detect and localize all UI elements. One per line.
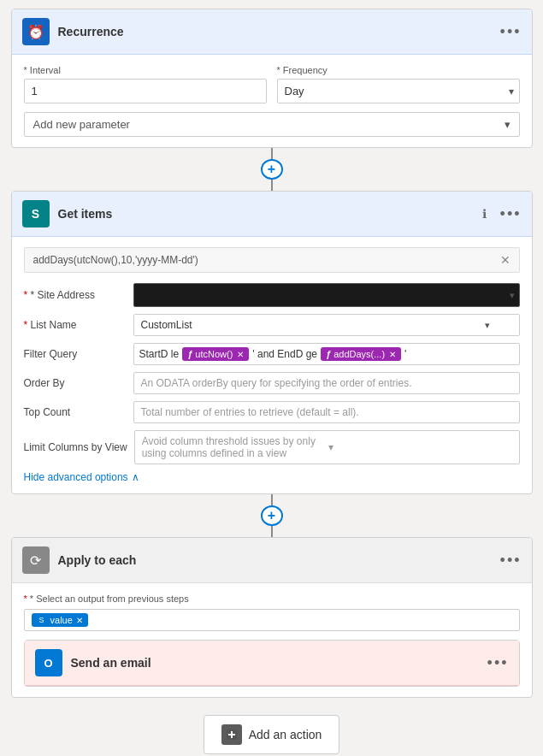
apply-each-menu[interactable]: ••• [500, 552, 522, 570]
adddays-token[interactable]: ƒ addDays(...) ✕ [321, 347, 401, 361]
value-token-close-icon[interactable]: ✕ [76, 616, 83, 625]
recurrence-body: * Interval * Frequency Day Hour Minute M… [12, 55, 532, 147]
list-name-select[interactable]: CustomList ▾ [133, 314, 520, 336]
send-email-title: Send an email [71, 656, 479, 670]
site-address-wrapper: ▾ [133, 283, 520, 307]
list-name-row: * List Name CustomList ▾ [24, 314, 520, 336]
autocomplete-close-icon[interactable]: ✕ [500, 253, 511, 267]
hide-advanced-link[interactable]: Hide advanced options ∧ [24, 471, 520, 483]
apply-select-label: * * Select an output from previous steps [24, 594, 520, 604]
list-name-text: CustomList [134, 315, 519, 335]
limit-col-row: Limit Columns by View Avoid column thres… [24, 430, 520, 464]
add-action-button[interactable]: Add an action [204, 715, 340, 754]
get-items-header: S Get items ℹ ••• [12, 192, 532, 237]
send-email-inner-card: O Send an email ••• [24, 640, 520, 687]
add-param-row[interactable]: Add new parameter ▾ [24, 112, 520, 137]
filter-text-1: StartD le [139, 348, 180, 360]
recurrence-fields-row: * Interval * Frequency Day Hour Minute M… [24, 65, 520, 103]
top-count-input[interactable]: Total number of entries to retrieve (def… [133, 401, 520, 423]
apply-each-title: Apply to each [58, 553, 492, 567]
interval-group: * Interval [24, 65, 267, 103]
frequency-select-wrapper: Day Hour Minute Month Second Week ▾ [277, 79, 520, 103]
add-param-label: Add new parameter [33, 118, 130, 131]
site-address-input[interactable] [133, 283, 520, 307]
utcnow-token[interactable]: ƒ utcNow() ✕ [182, 347, 249, 361]
add-param-arrow-icon: ▾ [505, 118, 511, 131]
apply-select-label-text: * Select an output from previous steps [30, 594, 189, 604]
connector-line-bottom-1 [271, 180, 273, 191]
get-items-card: S Get items ℹ ••• addDays(utcNow(),10,'y… [11, 191, 533, 494]
send-email-menu[interactable]: ••• [487, 654, 509, 672]
recurrence-header: ⏰ Recurrence ••• [12, 9, 532, 55]
token-fx-icon-1: ƒ [187, 349, 192, 359]
filter-text-3: ' [404, 348, 406, 360]
frequency-group: * Frequency Day Hour Minute Month Second… [277, 65, 520, 103]
value-token-icon: S [37, 615, 47, 625]
list-name-label: * List Name [24, 319, 127, 331]
req-star: * [24, 289, 31, 301]
list-name-value-wrapper: CustomList ▾ [133, 314, 520, 336]
limit-col-label: Limit Columns by View [24, 441, 127, 453]
interval-label: * Interval [24, 65, 267, 75]
filter-query-label: Filter Query [24, 348, 127, 360]
filter-query-row: Filter Query StartD le ƒ utcNow() ✕ ' an… [24, 343, 520, 365]
autocomplete-text: addDays(utcNow(),10,'yyyy-MM-dd') [33, 254, 198, 266]
order-by-label: Order By [24, 377, 127, 389]
apply-req-star: * [24, 594, 30, 604]
connector-1: + [261, 148, 283, 191]
filter-query-box[interactable]: StartD le ƒ utcNow() ✕ ' and EndD ge ƒ a… [133, 343, 520, 365]
send-email-header: O Send an email ••• [25, 641, 519, 686]
filter-query-value: StartD le ƒ utcNow() ✕ ' and EndD ge ƒ a… [133, 343, 520, 365]
limit-col-text: Avoid column threshold issues by only us… [142, 435, 325, 459]
connector-2: + [261, 494, 283, 537]
add-action-label: Add an action [249, 728, 322, 741]
apply-each-body: * * Select an output from previous steps… [12, 583, 532, 697]
add-action-icon [221, 724, 242, 745]
top-count-label: Top Count [24, 406, 127, 418]
adddays-label: addDays(...) [333, 349, 385, 359]
connector-plus-1[interactable]: + [261, 159, 283, 180]
apply-each-card: ⟳ Apply to each ••• * * Select an output… [11, 537, 533, 698]
apply-token-value[interactable]: S value ✕ [24, 609, 520, 631]
adddays-close-icon[interactable]: ✕ [389, 350, 396, 359]
order-by-input[interactable]: An ODATA orderBy query for specifying th… [133, 372, 520, 394]
get-items-body: addDays(utcNow(),10,'yyyy-MM-dd') ✕ * * … [12, 237, 532, 493]
value-token-label: value [50, 615, 73, 625]
sharepoint-icon: S [22, 200, 50, 227]
apply-icon: ⟳ [22, 546, 50, 574]
connector-line-bottom-2 [271, 526, 273, 537]
utcnow-close-icon[interactable]: ✕ [237, 350, 244, 359]
utcnow-label: utcNow() [195, 349, 233, 359]
limit-col-select[interactable]: Avoid column threshold issues by only us… [134, 430, 520, 464]
recurrence-title: Recurrence [58, 25, 492, 38]
hide-advanced-label: Hide advanced options [24, 471, 128, 483]
recurrence-icon: ⏰ [22, 18, 50, 45]
autocomplete-bar: addDays(utcNow(),10,'yyyy-MM-dd') ✕ [24, 247, 520, 273]
top-count-row: Top Count Total number of entries to ret… [24, 401, 520, 423]
info-icon[interactable]: ℹ [482, 207, 487, 221]
token-fx-icon-2: ƒ [326, 349, 331, 359]
value-token: S value ✕ [32, 613, 88, 627]
order-by-value: An ODATA orderBy query for specifying th… [133, 372, 520, 394]
limit-col-arrow-icon: ▾ [328, 441, 511, 453]
recurrence-menu[interactable]: ••• [500, 23, 522, 41]
outlook-icon: O [35, 649, 62, 676]
site-address-dropdown-icon[interactable]: ▾ [510, 290, 515, 301]
hide-advanced-chevron-icon: ∧ [132, 471, 139, 483]
site-address-row: * * Site Address ▾ [24, 283, 520, 307]
get-items-title: Get items [58, 207, 474, 221]
interval-input[interactable] [24, 79, 267, 103]
limit-col-value: Avoid column threshold issues by only us… [134, 430, 520, 464]
get-items-menu[interactable]: ••• [500, 205, 522, 223]
apply-each-header: ⟳ Apply to each ••• [12, 538, 532, 583]
frequency-select[interactable]: Day Hour Minute Month Second Week [278, 80, 519, 103]
list-name-arrow-icon: ▾ [478, 316, 514, 335]
filter-text-2: ' and EndD ge [252, 348, 317, 360]
recurrence-card: ⏰ Recurrence ••• * Interval * Frequency … [11, 9, 533, 148]
connector-line-top-2 [271, 494, 273, 505]
connector-line-top-1 [271, 148, 273, 159]
add-action-area: Add an action [11, 698, 533, 756]
connector-plus-2[interactable]: + [261, 505, 283, 526]
order-by-row: Order By An ODATA orderBy query for spec… [24, 372, 520, 394]
frequency-label: * Frequency [277, 65, 520, 75]
